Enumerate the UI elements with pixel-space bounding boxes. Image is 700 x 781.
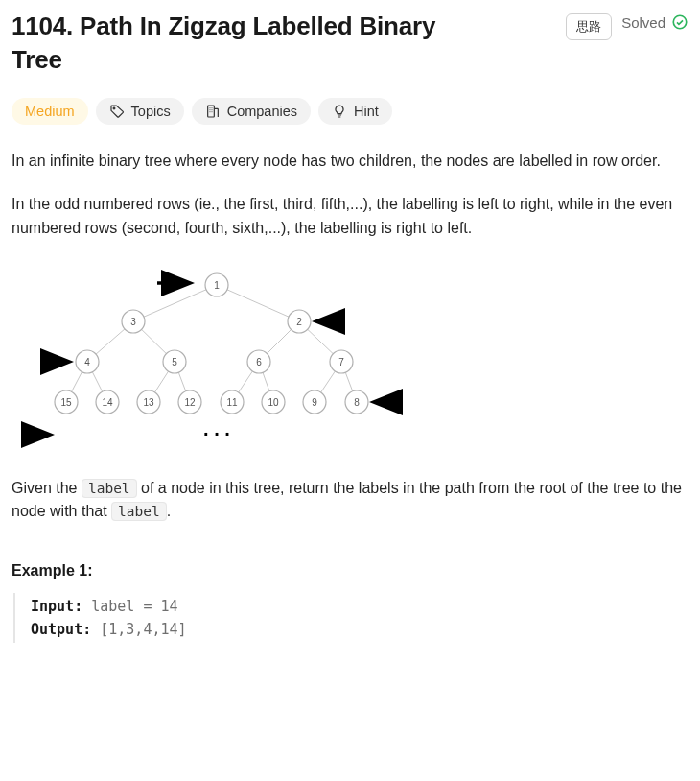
hint-chip[interactable]: Hint (318, 98, 392, 125)
node-10: 10 (268, 396, 279, 407)
solved-status: Solved (621, 13, 688, 31)
solved-label: Solved (621, 14, 665, 31)
check-circle-icon (671, 13, 688, 31)
tag-icon (109, 104, 125, 119)
description-p2: In the odd numbered rows (ie., the first… (12, 193, 688, 241)
node-3: 3 (130, 316, 136, 326)
svg-point-0 (673, 15, 687, 29)
node-15: 15 (60, 396, 72, 407)
svg-line-3 (133, 285, 217, 321)
node-9: 9 (312, 396, 317, 407)
example1-output-label: Output: (31, 621, 91, 638)
code-label2: label (111, 502, 167, 521)
node-14: 14 (102, 396, 113, 407)
description-p3: Given the label of a node in this tree, … (12, 477, 688, 525)
code-label1: label (82, 479, 137, 498)
example1-input-value: label = 14 (91, 598, 177, 615)
topics-label: Topics (131, 104, 171, 119)
node-8: 8 (354, 396, 360, 407)
topics-chip[interactable]: Topics (96, 98, 184, 125)
node-1: 1 (214, 279, 220, 290)
example1-input-label: Input: (31, 598, 82, 615)
hint-label: Hint (354, 104, 379, 119)
example1-heading: Example 1: (12, 562, 688, 580)
difficulty-label: Medium (25, 104, 75, 119)
example1-output-value: [1,3,4,14] (100, 621, 186, 638)
node-12: 12 (184, 396, 196, 407)
node-5: 5 (172, 356, 177, 367)
companies-label: Companies (227, 104, 297, 119)
notes-button[interactable]: 思路 (566, 13, 612, 40)
chip-row: Medium Topics Companies Hint (12, 98, 688, 125)
example1-block: Input: label = 14 Output: [1,3,4,14] (13, 593, 688, 643)
svg-point-1 (113, 107, 115, 109)
lightbulb-icon (332, 104, 347, 119)
node-2: 2 (296, 316, 302, 326)
problem-title: 1104. Path In Zigzag Labelled Binary Tre… (12, 10, 462, 77)
svg-line-4 (217, 285, 299, 321)
node-4: 4 (84, 356, 90, 367)
node-13: 13 (143, 396, 154, 407)
node-7: 7 (338, 356, 344, 367)
difficulty-chip[interactable]: Medium (12, 98, 88, 125)
companies-chip[interactable]: Companies (192, 98, 311, 125)
node-11: 11 (226, 396, 238, 407)
ellipsis: . . . (203, 418, 230, 439)
svg-rect-2 (207, 106, 214, 117)
building-icon (205, 104, 221, 119)
tree-diagram: 1 3 2 4 5 6 7 15 14 13 12 11 10 9 8 . . … (12, 260, 688, 456)
description-p1: In an infinite binary tree where every n… (12, 150, 688, 174)
node-6: 6 (256, 356, 262, 367)
description: In an infinite binary tree where every n… (12, 150, 688, 240)
